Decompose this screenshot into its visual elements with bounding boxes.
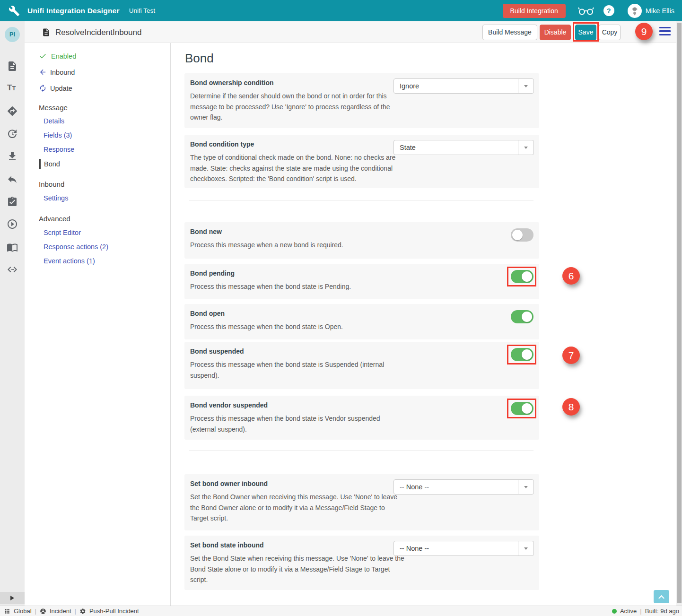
chevron-up-icon bbox=[658, 595, 665, 601]
field-bond-ownership-condition: Bond ownership condition Determine if th… bbox=[184, 73, 539, 128]
vertical-scrollbar bbox=[676, 21, 682, 606]
annotation-marker-9: 9 bbox=[635, 23, 653, 40]
status-active-label: Active bbox=[620, 607, 637, 615]
status-integration[interactable]: Push-Pull Incident bbox=[89, 607, 139, 615]
nav-inbound-direction[interactable]: Inbound bbox=[39, 68, 75, 76]
nav-item-settings[interactable]: Settings bbox=[44, 194, 68, 202]
field-bond-vendor-suspended: Bond vendor suspended Process this messa… bbox=[184, 396, 539, 440]
sidebar-collapse-button[interactable] bbox=[0, 592, 25, 604]
field-bond-condition-type: Bond condition type The type of conditio… bbox=[184, 135, 539, 188]
set-bond-owner-inbound-select[interactable]: -- None -- bbox=[393, 479, 534, 495]
active-status-dot bbox=[612, 609, 617, 614]
directions-icon[interactable] bbox=[7, 105, 18, 117]
nav-item-response[interactable]: Response bbox=[44, 146, 74, 153]
save-button[interactable]: Save bbox=[575, 25, 596, 40]
workspace-name: Unifi Test bbox=[129, 7, 155, 14]
field-set-bond-state-inbound: Set bond state inbound Set the Bond Stat… bbox=[184, 536, 539, 590]
nav-item-response-actions[interactable]: Response actions (2) bbox=[44, 243, 108, 251]
page-title: Bond bbox=[185, 51, 214, 66]
menu-hamburger-icon[interactable] bbox=[659, 27, 671, 36]
grid-icon bbox=[4, 608, 10, 615]
status-scope[interactable]: Global bbox=[14, 607, 32, 615]
bond-suspended-toggle[interactable] bbox=[511, 348, 533, 361]
text-format-icon[interactable]: TT bbox=[7, 83, 18, 95]
copy-button[interactable]: Copy bbox=[599, 25, 621, 40]
section-divider bbox=[189, 200, 533, 200]
nav-section-message: Message bbox=[39, 104, 68, 112]
annotation-marker-7: 7 bbox=[562, 347, 580, 364]
update-history-icon[interactable] bbox=[7, 128, 18, 139]
chevron-down-icon[interactable] bbox=[518, 79, 533, 93]
scroll-to-top-button[interactable] bbox=[654, 590, 669, 603]
task-check-icon[interactable] bbox=[7, 196, 18, 208]
integration-avatar[interactable]: PI bbox=[5, 27, 20, 42]
field-bond-pending: Bond pending Process this message when t… bbox=[184, 264, 539, 299]
nav-item-details[interactable]: Details bbox=[44, 117, 64, 125]
user-name: Mike Ellis bbox=[646, 7, 674, 15]
check-icon bbox=[39, 52, 47, 60]
active-indicator-bar bbox=[39, 159, 41, 169]
nav-item-event-actions[interactable]: Event actions (1) bbox=[44, 257, 95, 265]
code-icon[interactable] bbox=[7, 264, 18, 275]
record-document-icon bbox=[42, 27, 51, 37]
disable-button[interactable]: Disable bbox=[540, 25, 571, 40]
annotation-marker-8: 8 bbox=[562, 398, 580, 416]
chevron-down-icon[interactable] bbox=[518, 140, 533, 155]
status-table[interactable]: Incident bbox=[50, 607, 71, 615]
chevron-down-icon[interactable] bbox=[518, 541, 533, 555]
scrollbar-thumb[interactable] bbox=[677, 23, 682, 603]
icon-strip: PI TT bbox=[0, 21, 25, 606]
nav-section-advanced: Advanced bbox=[39, 215, 70, 223]
field-set-bond-owner-inbound: Set bond owner inbound Set the Bond Owne… bbox=[184, 474, 539, 530]
build-message-button[interactable]: Build Message bbox=[482, 25, 537, 40]
user-avatar[interactable] bbox=[628, 4, 642, 18]
document-icon[interactable] bbox=[7, 61, 18, 72]
main-content: Bond Bond ownership condition Determine … bbox=[171, 43, 676, 606]
app-title: Unifi Integration Designer bbox=[27, 7, 120, 15]
book-icon[interactable] bbox=[7, 242, 18, 253]
help-icon[interactable]: ? bbox=[603, 5, 614, 16]
annotation-marker-6: 6 bbox=[562, 267, 580, 285]
side-nav: Enabled Inbound Update Message Details F… bbox=[25, 43, 171, 606]
field-bond-new: Bond new Process this message when a new… bbox=[184, 222, 539, 259]
nav-item-fields[interactable]: Fields (3) bbox=[44, 131, 72, 139]
app-header: Unifi Integration Designer Unifi Test Bu… bbox=[0, 0, 682, 21]
reply-icon[interactable] bbox=[7, 174, 18, 185]
arrow-left-icon bbox=[39, 68, 47, 76]
nav-enabled[interactable]: Enabled bbox=[39, 52, 76, 60]
field-bond-open: Bond open Process this message when the … bbox=[184, 304, 539, 339]
bond-pending-toggle[interactable] bbox=[511, 270, 533, 283]
record-title: ResolveIncidentInbound bbox=[55, 28, 141, 37]
chevron-down-icon[interactable] bbox=[518, 480, 533, 494]
section-divider bbox=[189, 451, 533, 451]
status-built-label: Built: 9d ago bbox=[645, 607, 679, 615]
field-bond-suspended: Bond suspended Process this message when… bbox=[184, 342, 539, 389]
gear-icon bbox=[79, 608, 86, 615]
preview-glasses-icon[interactable] bbox=[578, 6, 594, 16]
bond-condition-type-select[interactable]: State bbox=[393, 140, 534, 155]
nav-item-bond-active[interactable]: Bond bbox=[39, 159, 60, 169]
status-bar: Global | Incident | Push-Pull Incident A… bbox=[0, 606, 682, 616]
refresh-icon bbox=[39, 84, 47, 92]
play-circle-icon[interactable] bbox=[7, 218, 18, 230]
nav-update-action[interactable]: Update bbox=[39, 84, 72, 92]
build-integration-button[interactable]: Build Integration bbox=[503, 4, 566, 18]
bond-new-toggle[interactable] bbox=[511, 228, 533, 242]
nav-item-script-editor[interactable]: Script Editor bbox=[44, 229, 81, 236]
bond-ownership-condition-select[interactable]: Ignore bbox=[393, 78, 534, 94]
nav-section-inbound: Inbound bbox=[39, 180, 64, 188]
download-icon[interactable] bbox=[7, 151, 18, 162]
incident-table-icon bbox=[40, 608, 46, 615]
set-bond-state-inbound-select[interactable]: -- None -- bbox=[393, 541, 534, 556]
bond-open-toggle[interactable] bbox=[511, 310, 533, 323]
bond-vendor-suspended-toggle[interactable] bbox=[511, 402, 533, 415]
wrench-logo-icon bbox=[9, 5, 20, 17]
